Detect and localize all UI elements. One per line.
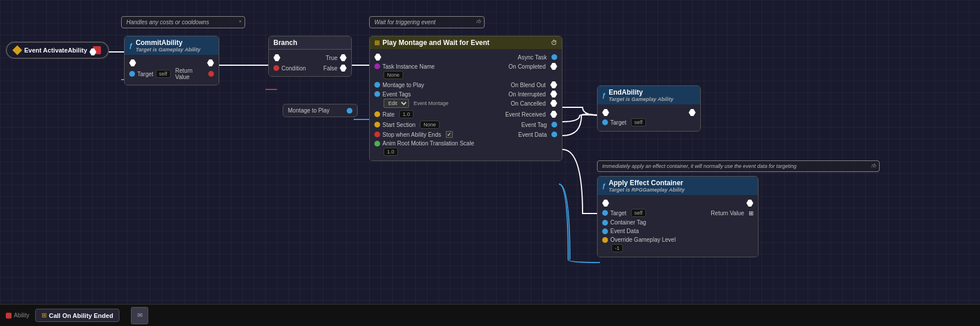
- end-exec-in[interactable]: [602, 109, 609, 116]
- commit-target-pin[interactable]: [129, 71, 135, 77]
- start-section-value: None: [420, 121, 440, 129]
- anim-root-label: Anim Root Motion Translation Scale: [382, 140, 474, 147]
- branch-false-out[interactable]: [340, 65, 347, 72]
- task-instance-label: Task Instance Name: [382, 63, 435, 70]
- event-title: Event ActivateAbility: [24, 47, 87, 54]
- montage-play-pin[interactable]: [374, 82, 380, 88]
- branch-title: Branch: [273, 39, 297, 47]
- montage-label: Montage to Play: [288, 107, 329, 114]
- end-ability-title: EndAbility: [609, 88, 673, 96]
- on-cancelled-label: On Cancelled: [510, 100, 546, 107]
- async-task-label: Async Task: [518, 54, 547, 61]
- comment-apply-effect: Immediately apply an effect container, i…: [597, 160, 880, 172]
- commit-subtitle: Target is Gameplay Ability: [136, 47, 200, 53]
- end-target-value: self: [631, 118, 646, 126]
- event-tags-label: Event Tags: [382, 91, 411, 98]
- apply-target-label: Target: [610, 210, 626, 216]
- apply-override-pin[interactable]: [602, 237, 608, 243]
- stop-pin[interactable]: [374, 132, 380, 137]
- on-blend-out-pin[interactable]: [550, 81, 557, 88]
- anim-root-value: 1.0: [384, 148, 398, 156]
- apply-override-value: -1: [611, 244, 623, 252]
- comment-effect-close-icon[interactable]: rb: [872, 163, 876, 168]
- apply-return-grid-icon: ⊞: [749, 210, 753, 216]
- montage-play-label: Montage to Play: [382, 82, 424, 88]
- comment-wait-triggering: Wait for triggering event rb: [369, 16, 485, 28]
- commit-exec-out[interactable]: [207, 59, 214, 66]
- branch-false-label: False: [324, 65, 337, 72]
- call-on-ability-label: Call On Ability Ended: [49, 312, 113, 319]
- on-completed-pin[interactable]: [550, 63, 557, 70]
- end-exec-out[interactable]: [689, 109, 696, 116]
- apply-effect-subtitle: Target is RPGGameplay Ability: [609, 187, 685, 193]
- montage-out-pin[interactable]: [347, 108, 352, 114]
- rate-pin[interactable]: [374, 111, 380, 117]
- apply-exec-out[interactable]: [746, 200, 753, 207]
- event-received-label: Event Received: [505, 111, 546, 118]
- apply-effect-func-icon: ƒ: [602, 182, 606, 189]
- task-instance-value: None: [384, 71, 403, 79]
- stop-label: Stop when Ability Ends: [382, 132, 441, 138]
- commit-target-label: Target: [137, 71, 153, 77]
- branch-condition-label: Condition: [281, 65, 306, 72]
- play-montage-node: ⊞ Play Montage and Wait for Event ⏱ Asyn…: [369, 36, 562, 161]
- on-completed-label: On Completed: [509, 63, 546, 70]
- apply-target-value: self: [631, 209, 646, 217]
- apply-event-data-pin[interactable]: [602, 228, 608, 234]
- end-target-label: Target: [610, 119, 626, 126]
- play-montage-title: Play Montage and Wait for Event: [382, 39, 490, 47]
- branch-true-out[interactable]: [340, 54, 347, 61]
- montage-to-play-node: Montage to Play: [283, 104, 358, 117]
- apply-event-data-label: Event Data: [610, 228, 639, 234]
- play-montage-exec-in[interactable]: [374, 54, 381, 61]
- comment-close-icon[interactable]: ×: [239, 18, 242, 24]
- event-montage-label: Event Montage: [414, 100, 449, 106]
- call-grid-icon: ⊞: [42, 312, 47, 319]
- event-tag-pin[interactable]: [551, 122, 557, 128]
- on-interrupted-pin[interactable]: [550, 91, 557, 98]
- apply-return-label: Return Value: [711, 210, 744, 216]
- event-data-label: Event Data: [519, 132, 547, 138]
- play-montage-clock-icon: ⏱: [551, 39, 557, 46]
- commit-exec-in[interactable]: [129, 59, 136, 66]
- event-tags-select[interactable]: Edit: [384, 99, 409, 108]
- event-tags-pin[interactable]: [374, 91, 380, 97]
- task-instance-pin[interactable]: [374, 63, 380, 69]
- commit-return-pin[interactable]: [208, 71, 214, 77]
- apply-effect-title: Apply Effect Container: [609, 179, 685, 187]
- comment-wait-close-icon[interactable]: rb: [476, 18, 481, 24]
- event-tag-label: Event Tag: [521, 122, 547, 128]
- bottom-ability-node: Ability: [6, 312, 29, 318]
- bottom-ability-label: Ability: [14, 312, 29, 318]
- rate-value: 1.0: [399, 110, 414, 118]
- event-data-pin[interactable]: [551, 132, 557, 137]
- on-interrupted-label: On Interrupted: [509, 91, 546, 98]
- end-ability-func-icon: ƒ: [602, 92, 606, 99]
- call-on-ability-ended-node: ⊞ Call On Ability Ended: [35, 309, 119, 322]
- anim-root-pin[interactable]: [374, 141, 380, 147]
- branch-true-label: True: [326, 55, 337, 61]
- bottom-bar: Ability ⊞ Call On Ability Ended ✉: [0, 304, 980, 326]
- branch-condition-pin[interactable]: [273, 65, 279, 71]
- stop-checkbox[interactable]: ✓: [446, 131, 453, 138]
- event-received-pin[interactable]: [550, 111, 557, 118]
- apply-target-pin[interactable]: [602, 210, 608, 216]
- branch-exec-in[interactable]: [273, 54, 280, 61]
- apply-container-pin[interactable]: [602, 220, 608, 226]
- bottom-red-icon: [6, 313, 12, 318]
- start-section-label: Start Section: [382, 122, 415, 128]
- on-cancelled-pin[interactable]: [550, 100, 557, 107]
- envelope-icon: ✉: [137, 312, 142, 319]
- async-task-pin[interactable]: [551, 54, 557, 60]
- start-section-pin[interactable]: [374, 122, 380, 128]
- event-diamond-icon: [13, 46, 22, 55]
- apply-exec-in[interactable]: [602, 200, 609, 207]
- end-ability-subtitle: Target is Gameplay Ability: [609, 96, 673, 102]
- end-target-pin[interactable]: [602, 119, 608, 125]
- commit-func-icon: ƒ: [129, 42, 133, 49]
- comment-costs-cooldowns: Handles any costs or cooldowns ×: [121, 16, 245, 28]
- envelope-button[interactable]: ✉: [131, 307, 148, 324]
- commit-target-value: self: [156, 70, 171, 78]
- play-montage-grid-icon: ⊞: [374, 39, 380, 47]
- commit-title: CommitAbility: [136, 39, 200, 47]
